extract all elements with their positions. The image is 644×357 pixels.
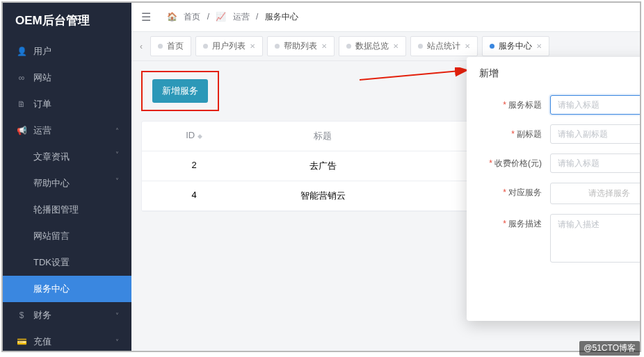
link-icon: ∞ <box>17 73 26 83</box>
dot-icon <box>203 44 208 49</box>
sidebar-item-label: 充值 <box>33 335 51 348</box>
modal-body: *服务标题 *副标题 *收费价格(元) *对应服务 请选择服务 ˅ <box>467 90 640 279</box>
tab-label: 帮助列表 <box>284 40 317 52</box>
chevron-down-icon: ˅ <box>115 177 119 185</box>
table-cell-id: 2 <box>142 151 246 181</box>
sidebar-sub-label: TDK设置 <box>33 257 70 267</box>
modal-title: 新增 <box>479 67 499 80</box>
close-icon[interactable]: ✕ <box>536 42 542 50</box>
tab-helplist[interactable]: 帮助列表✕ <box>267 36 335 56</box>
sidebar-item-operation[interactable]: 📢 运营 ˄ <box>3 117 131 144</box>
tab-label: 数据总览 <box>355 40 389 52</box>
breadcrumb-home[interactable]: 首页 <box>184 12 200 22</box>
table-header-id[interactable]: ID ◆ <box>142 122 246 151</box>
sidebar-item-label: 网站 <box>33 72 51 84</box>
label-service-select: *对应服务 <box>481 183 550 199</box>
sidebar-item-label: 订单 <box>33 98 51 110</box>
service-select[interactable]: 请选择服务 ˅ <box>550 183 640 204</box>
watermark: @51CTO博客 <box>579 341 640 356</box>
breadcrumb-current: 服务中心 <box>265 12 298 22</box>
close-icon[interactable]: ✕ <box>393 42 399 50</box>
modal-header: 新增 ✕ <box>467 57 640 90</box>
highlight-annotation: 新增服务 <box>141 71 219 111</box>
megaphone-icon: 📢 <box>17 126 26 135</box>
sidebar-sub-tdk[interactable]: TDK设置 <box>3 249 131 276</box>
main-content: ☰ 🏠 首页 / 📈 运营 / 服务中心 ‹ 首页 用户列表✕ 帮助列表✕ 数据… <box>131 3 640 351</box>
sidebar-item-website[interactable]: ∞ 网站 <box>3 65 131 91</box>
sidebar-sub-label: 轮播图管理 <box>33 204 79 215</box>
tab-label: 服务中心 <box>499 40 532 52</box>
tab-home[interactable]: 首页 <box>150 36 191 56</box>
select-placeholder: 请选择服务 <box>588 188 630 199</box>
close-icon[interactable]: ✕ <box>465 42 470 50</box>
order-icon: 🗎 <box>17 99 26 109</box>
sidebar-sub-message[interactable]: 网站留言 <box>3 223 131 249</box>
breadcrumb: 🏠 首页 / 📈 运营 / 服务中心 <box>165 11 300 23</box>
sidebar-sub-label: 网站留言 <box>33 231 70 241</box>
sidebar-item-recharge[interactable]: 💳 充值 ˅ <box>3 329 131 355</box>
sidebar-sub-label: 服务中心 <box>33 283 70 294</box>
table-cell-title: 智能营销云 <box>246 181 399 210</box>
dollar-icon: $ <box>17 310 26 320</box>
sidebar-sub-service[interactable]: 服务中心 <box>3 276 131 302</box>
tab-label: 站点统计 <box>427 40 460 52</box>
dot-icon <box>158 44 163 49</box>
topbar: ☰ 🏠 首页 / 📈 运营 / 服务中心 <box>131 3 640 32</box>
sidebar-item-finance[interactable]: $ 财务 ˅ <box>3 302 131 329</box>
table-cell-id: 4 <box>142 181 246 210</box>
label-description: *服务描述 <box>481 214 550 230</box>
tabs-prev-button[interactable]: ‹ <box>134 42 148 51</box>
tab-sitestats[interactable]: 站点统计✕ <box>410 36 478 56</box>
breadcrumb-mid[interactable]: 运营 <box>233 12 250 22</box>
tab-dataoverview[interactable]: 数据总览✕ <box>339 36 406 56</box>
dot-icon <box>275 44 280 49</box>
app-title: OEM后台管理 <box>3 3 131 38</box>
hamburger-icon[interactable]: ☰ <box>141 10 151 24</box>
sidebar-sub-help[interactable]: 帮助中心 ˅ <box>3 170 131 197</box>
subtitle-input[interactable] <box>550 124 640 144</box>
sidebar-item-label: 用户 <box>33 45 51 58</box>
sidebar-sub-label: 文章资讯 <box>33 151 70 162</box>
dot-icon <box>346 44 351 49</box>
dot-icon <box>490 44 494 49</box>
sidebar-item-user[interactable]: 👤 用户 <box>3 38 131 65</box>
chevron-down-icon: ˅ <box>115 312 119 319</box>
description-textarea[interactable] <box>550 214 640 263</box>
tab-label: 用户列表 <box>212 40 245 52</box>
sidebar-item-order[interactable]: 🗎 订单 <box>3 91 131 117</box>
tab-userlist[interactable]: 用户列表✕ <box>195 36 263 56</box>
tab-service[interactable]: 服务中心✕ <box>482 36 549 56</box>
close-icon[interactable]: ✕ <box>250 42 255 50</box>
chevron-up-icon: ˄ <box>115 127 119 135</box>
label-service-title: *服务标题 <box>481 95 550 111</box>
close-icon[interactable]: ✕ <box>321 42 327 50</box>
chart-icon: 📈 <box>216 12 226 22</box>
add-service-modal: 新增 ✕ *服务标题 *副标题 *收费价格(元) *对应服务 <box>467 57 640 321</box>
label-price: *收费价格(元) <box>481 153 550 169</box>
chevron-down-icon: ˅ <box>115 338 119 346</box>
price-input[interactable] <box>550 153 640 173</box>
user-icon: 👤 <box>17 47 26 56</box>
dot-icon <box>418 44 423 49</box>
sidebar-item-label: 运营 <box>33 124 51 137</box>
modal-footer: 取消 确定 <box>467 279 640 321</box>
sidebar-item-label: 财务 <box>33 309 51 322</box>
tab-label: 首页 <box>167 40 184 52</box>
service-title-input[interactable] <box>550 95 640 115</box>
table-header-title[interactable]: 标题 <box>246 122 399 151</box>
home-icon: 🏠 <box>167 12 177 22</box>
sidebar-sub-article[interactable]: 文章资讯 ˅ <box>3 144 131 170</box>
card-icon: 💳 <box>17 337 26 347</box>
sidebar-sub-carousel[interactable]: 轮播图管理 <box>3 197 131 223</box>
sort-icon: ◆ <box>198 133 202 140</box>
sidebar: OEM后台管理 👤 用户 ∞ 网站 🗎 订单 📢 运营 ˄ 文章资讯 ˅ 帮助中… <box>3 3 131 351</box>
add-service-button[interactable]: 新增服务 <box>152 79 208 103</box>
sidebar-sub-label: 帮助中心 <box>33 178 70 188</box>
table-cell-title: 去广告 <box>246 151 399 181</box>
label-subtitle: *副标题 <box>481 124 550 140</box>
chevron-down-icon: ˅ <box>115 151 119 158</box>
